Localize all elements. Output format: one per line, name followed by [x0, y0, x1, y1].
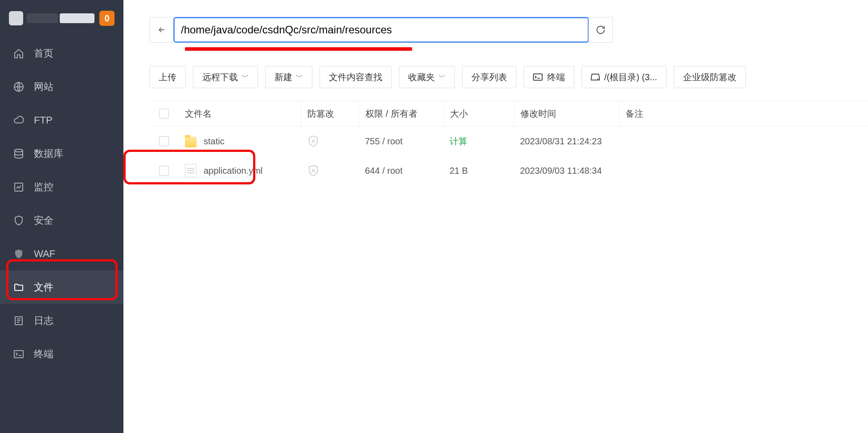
sidebar-item-label: 监控 [34, 180, 53, 194]
sidebar-item-label: 文件 [34, 281, 53, 294]
sidebar-item-security[interactable]: 安全 [0, 204, 123, 237]
row-checkbox[interactable] [159, 136, 169, 146]
sidebar-item-monitor[interactable]: 监控 [0, 170, 123, 204]
sidebar-item-files[interactable]: 文件 [0, 270, 123, 304]
header-size[interactable]: 大小 [443, 101, 514, 126]
sidebar-item-label: 终端 [34, 347, 53, 361]
chevron-down-icon: ﹀ [296, 73, 303, 82]
home-icon [12, 47, 25, 60]
file-name: static [204, 136, 225, 147]
permission-cell: 644 / root [359, 156, 443, 185]
refresh-button[interactable] [589, 17, 613, 43]
svg-point-1 [15, 149, 23, 152]
sidebar-item-terminal[interactable]: 终端 [0, 337, 123, 371]
table-header: 文件名 防篡改 权限 / 所有者 大小 修改时间 备注 [149, 101, 868, 127]
tamper-shield-icon [307, 164, 319, 177]
folder-icon [185, 137, 197, 147]
chart-icon [12, 181, 25, 193]
note-cell [619, 127, 868, 156]
disk-icon [591, 73, 600, 81]
back-button[interactable] [149, 17, 173, 43]
db-icon [12, 147, 25, 160]
content-search-button[interactable]: 文件内容查找 [319, 66, 392, 88]
sidebar-item-website[interactable]: 网站 [0, 70, 123, 103]
main-content: 上传 远程下载﹀ 新建﹀ 文件内容查找 收藏夹﹀ 分享列表 终端 /(根目录) … [123, 0, 868, 433]
size-cell: 21 B [443, 156, 514, 185]
logo-icon [9, 11, 23, 25]
cloud-icon [12, 114, 25, 127]
header-note[interactable]: 备注 [619, 101, 868, 126]
file-name: application.yml [204, 166, 262, 176]
toolbar: 上传 远程下载﹀ 新建﹀ 文件内容查找 收藏夹﹀ 分享列表 终端 /(根目录) … [149, 66, 868, 88]
modified-cell: 2023/09/03 11:48:34 [514, 156, 619, 185]
enterprise-tamper-button[interactable]: 企业级防篡改 [674, 66, 746, 88]
table-row[interactable]: application.yml644 / root21 B2023/09/03 … [149, 156, 868, 185]
select-all-checkbox[interactable] [159, 109, 169, 118]
sidebar-item-label: 网站 [34, 80, 53, 94]
permission-cell: 755 / root [359, 127, 443, 156]
sidebar-item-logs[interactable]: 日志 [0, 304, 123, 337]
shield-icon [12, 214, 25, 227]
terminal-button[interactable]: 终端 [524, 66, 574, 88]
tamper-shield-icon [307, 135, 319, 147]
sidebar-item-label: 安全 [34, 214, 53, 227]
sidebar-item-label: 首页 [34, 47, 53, 60]
path-input[interactable] [173, 17, 589, 43]
favorites-label: 收藏夹 [408, 71, 435, 83]
sidebar-item-label: 日志 [34, 314, 53, 327]
remote-download-button[interactable]: 远程下载﹀ [193, 66, 258, 88]
brand-text-blur [27, 13, 58, 23]
sidebar: 0 首页网站FTP数据库监控安全WAF文件日志终端 [0, 0, 123, 433]
svg-rect-5 [533, 74, 542, 80]
new-button[interactable]: 新建﹀ [265, 66, 312, 88]
remote-download-label: 远程下载 [202, 71, 238, 83]
path-bar [149, 17, 613, 43]
annotation-underline [185, 47, 412, 51]
size-cell[interactable]: 计算 [443, 127, 514, 156]
note-cell [619, 156, 868, 185]
svg-point-6 [598, 78, 599, 80]
term-icon [12, 348, 25, 360]
terminal-label: 终端 [547, 71, 565, 83]
table-row[interactable]: static755 / root计算2023/08/31 21:24:23 [149, 127, 868, 156]
sidebar-item-home[interactable]: 首页 [0, 37, 123, 70]
sidebar-item-waf[interactable]: WAF [0, 237, 123, 270]
header-permission[interactable]: 权限 / 所有者 [359, 101, 443, 126]
modified-cell: 2023/08/31 21:24:23 [514, 127, 619, 156]
header-filename[interactable]: 文件名 [185, 108, 301, 120]
terminal-icon [533, 74, 543, 81]
row-checkbox[interactable] [159, 166, 169, 176]
share-list-button[interactable]: 分享列表 [462, 66, 516, 88]
sidebar-item-label: FTP [34, 114, 53, 126]
svg-rect-4 [14, 351, 23, 358]
chevron-down-icon: ﹀ [438, 73, 446, 82]
chevron-down-icon: ﹀ [242, 73, 249, 82]
globe-icon [12, 81, 25, 93]
new-label: 新建 [274, 71, 292, 83]
sidebar-item-database[interactable]: 数据库 [0, 137, 123, 170]
root-disk-button[interactable]: /(根目录) (3... [581, 66, 667, 88]
header-tamper[interactable]: 防篡改 [301, 101, 359, 126]
notification-badge[interactable]: 0 [99, 11, 115, 26]
root-disk-label: /(根目录) (3... [604, 71, 657, 83]
waf-icon [12, 248, 25, 260]
sidebar-item-ftp[interactable]: FTP [0, 103, 123, 137]
header-modified[interactable]: 修改时间 [514, 101, 619, 126]
brand-text-blur [60, 13, 94, 23]
log-icon [12, 315, 25, 327]
folder-icon [12, 281, 25, 294]
favorites-button[interactable]: 收藏夹﹀ [399, 66, 455, 88]
sidebar-header: 0 [0, 0, 123, 37]
sidebar-item-label: 数据库 [34, 147, 63, 160]
sidebar-item-label: WAF [34, 248, 55, 260]
file-icon [185, 164, 197, 177]
upload-button[interactable]: 上传 [149, 66, 186, 88]
